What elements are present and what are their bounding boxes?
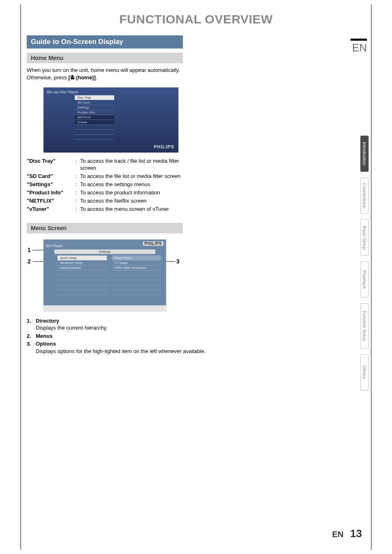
- hm-item: SD Card: [75, 100, 114, 105]
- note-item: 1. Directory Displays the current hierar…: [27, 317, 216, 332]
- ms-columns: Quick Setup Advanced Setup Factory Defau…: [58, 255, 161, 300]
- dl-def: To access the settings menus: [80, 181, 187, 188]
- dl-def: To access the file list or media filter …: [80, 173, 187, 180]
- note-desc: Displays options for the high-lighted it…: [36, 348, 216, 355]
- ms-li-empty: .: [112, 285, 161, 290]
- dl-sep: :: [75, 206, 80, 213]
- side-tabs: Introduction Connections Basic Setup Pla…: [360, 136, 369, 390]
- dl-row: "Product Info" : To access the product i…: [27, 189, 187, 196]
- footer-page-number: 13: [350, 527, 362, 540]
- callout-2: 2: [28, 258, 31, 265]
- ms-col-menus: Quick Setup Advanced Setup Factory Defau…: [58, 255, 107, 300]
- dl-row: "SD Card" : To access the file list or m…: [27, 173, 187, 180]
- ms-li-empty: .: [58, 270, 107, 275]
- hm-item: Product Info: [75, 110, 114, 115]
- page-title: FUNCTIONAL OVERVIEW: [27, 12, 365, 26]
- ms-li: HDMI Video Resolution: [112, 265, 161, 270]
- tab-playback[interactable]: Playback: [360, 261, 369, 298]
- ms-li-empty: .: [58, 290, 107, 295]
- note-label: Directory: [36, 318, 59, 324]
- guide-header: Guide to On-Screen Display: [27, 35, 183, 48]
- dl-row: "Disc Tray" : To access the track / file…: [27, 158, 187, 172]
- note-num: 1.: [27, 317, 36, 332]
- hm-item: vTuner: [75, 120, 114, 125]
- note-num: 3.: [27, 340, 36, 355]
- dl-def: To access the product information: [80, 189, 187, 196]
- hm-item-empty: .: [75, 129, 114, 134]
- note-label: Options: [36, 341, 56, 347]
- philips-brand: PHILIPS: [143, 241, 164, 246]
- ms-li-empty: .: [112, 295, 161, 300]
- tab-others[interactable]: Others: [360, 354, 369, 390]
- home-menu-screenshot: Blu-ray Disc Player Disc Tray SD Card Se…: [43, 87, 179, 153]
- ms-directory-bar: Settings: [54, 249, 155, 254]
- dl-term: "Settings": [27, 181, 75, 188]
- philips-brand: PHILIPS: [154, 144, 174, 149]
- ms-li-empty: .: [112, 270, 161, 275]
- dl-sep: :: [75, 198, 80, 205]
- dl-row: "Settings" : To access the settings menu…: [27, 181, 187, 188]
- dl-term: "vTuner": [27, 206, 75, 213]
- ms-li-empty: .: [112, 275, 161, 280]
- callout-3: 3: [176, 258, 180, 265]
- dl-def: To access the Netflix screen: [80, 198, 187, 205]
- ms-li-empty: .: [58, 295, 107, 300]
- hm-list: Disc Tray SD Card Settings Product Info …: [75, 95, 114, 144]
- menu-screen-screenshot: BD-Player PHILIPS Settings Quick Setup A…: [43, 239, 166, 312]
- note-label: Menus: [36, 333, 53, 339]
- hm-item: Disc Tray: [75, 95, 114, 100]
- hm-item-empty: .: [75, 139, 114, 144]
- ms-li: Player Menu: [112, 255, 161, 260]
- ms-li-empty: .: [112, 290, 161, 295]
- hm-item: NETFLIX: [75, 115, 114, 120]
- note-body: Directory Displays the current hierarchy…: [36, 317, 216, 332]
- ms-li-empty: .: [58, 280, 107, 285]
- hm-item-empty: .: [75, 125, 114, 129]
- dl-def: To access the menu screen of vTuner: [80, 206, 187, 213]
- ms-li-empty: .: [112, 280, 161, 285]
- tab-function-setup[interactable]: Function Setup: [360, 303, 369, 349]
- intro-end: .: [96, 74, 97, 81]
- notes-list: 1. Directory Displays the current hierar…: [27, 317, 216, 355]
- note-item: 2. Menus: [27, 332, 216, 340]
- ms-li: Quick Setup: [58, 255, 107, 260]
- menu-screen-wrap: 1 2 3 BD-Player PHILIPS Settings Quick S…: [27, 239, 187, 312]
- content-area: FUNCTIONAL OVERVIEW Guide to On-Screen D…: [21, 4, 371, 355]
- dl-term: "Product Info": [27, 189, 75, 196]
- dl-sep: :: [75, 189, 80, 196]
- dl-sep: :: [75, 158, 80, 172]
- home-menu-header: Home Menu: [27, 53, 183, 63]
- dl-term: "SD Card": [27, 173, 75, 180]
- home-menu-intro: When you turn on the unit, home menu wil…: [27, 67, 183, 81]
- ms-top: BD-Player PHILIPS Settings Quick Setup A…: [44, 240, 166, 305]
- callout-1: 1: [28, 247, 31, 253]
- home-icon: [70, 75, 75, 79]
- ms-col-options: Player Menu TV Shape HDMI Video Resoluti…: [112, 255, 161, 300]
- tab-basic-setup[interactable]: Basic Setup: [360, 219, 369, 256]
- dl-term: "NETFLIX": [27, 198, 75, 205]
- note-body: Menus: [36, 332, 216, 340]
- footer-lang: EN: [332, 530, 344, 539]
- definition-list: "Disc Tray" : To access the track / file…: [27, 158, 187, 212]
- ms-bd: BD-Player: [46, 244, 63, 248]
- hm-item-empty: .: [75, 134, 114, 139]
- dl-row: "NETFLIX" : To access the Netflix screen: [27, 198, 187, 205]
- hm-item: Settings: [75, 105, 114, 110]
- dl-def: To access the track / file list or media…: [80, 158, 187, 172]
- note-item: 3. Options Displays options for the high…: [27, 340, 216, 355]
- ms-li-empty: .: [58, 285, 107, 290]
- dl-row: "vTuner" : To access the menu screen of …: [27, 206, 187, 213]
- page-frame: FUNCTIONAL OVERVIEW Guide to On-Screen D…: [21, 4, 371, 550]
- ms-li: TV Shape: [112, 260, 161, 265]
- intro-text-a: When you turn on the unit, home menu wil…: [27, 67, 180, 81]
- dl-sep: :: [75, 181, 80, 188]
- menu-screen-header: Menu Screen: [27, 223, 183, 233]
- hm-title: Blu-ray Disc Player: [47, 90, 175, 94]
- note-body: Options Displays options for the high-li…: [36, 340, 216, 355]
- dl-sep: :: [75, 173, 80, 180]
- note-desc: Displays the current hierarchy.: [36, 324, 216, 332]
- ms-li: Advanced Setup: [58, 260, 107, 265]
- intro-home-label: (home)]: [75, 74, 96, 81]
- tab-introduction[interactable]: Introduction: [360, 136, 369, 172]
- tab-connections[interactable]: Connections: [360, 178, 369, 214]
